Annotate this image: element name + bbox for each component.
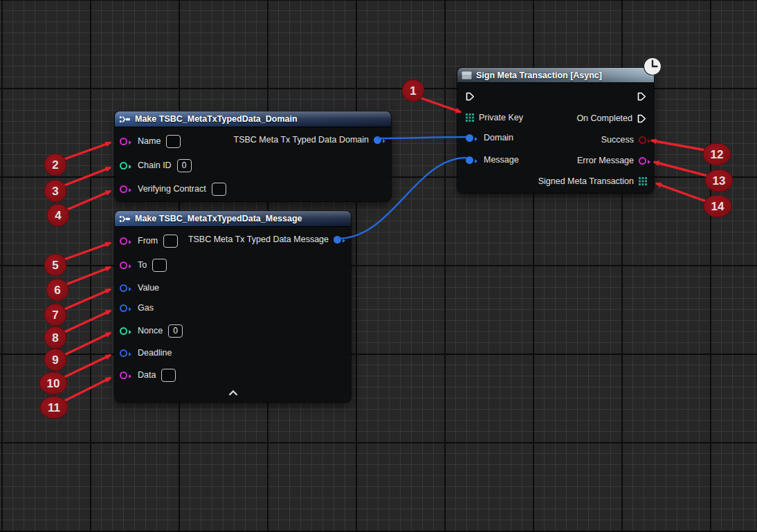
to-value-field[interactable] (152, 259, 167, 272)
pin-label: Value (138, 283, 159, 293)
arrow-2 (64, 143, 111, 159)
input-pin-domain[interactable] (466, 134, 473, 142)
input-pin-chain-id[interactable] (120, 162, 127, 169)
output-pin-typed-data-message[interactable] (334, 236, 341, 244)
pin-row-private-key: Private Key (466, 110, 523, 125)
pin-row-verifying-contract: Verifying Contract (120, 181, 226, 196)
marker-4: 4 (47, 204, 69, 226)
node-sign-header[interactable]: Sign Meta Transaction [Async] (457, 68, 654, 83)
latent-clock-icon (643, 57, 662, 79)
output-pin-error-message[interactable] (639, 157, 646, 165)
input-pin-private-key[interactable] (466, 113, 474, 122)
pin-label: Verifying Contract (138, 184, 206, 194)
pin-label: Deadline (138, 348, 172, 358)
arrow-8 (64, 311, 111, 332)
blueprint-canvas[interactable]: Make TSBC_MetaTxTypedData_Domain Name Ch… (0, 0, 757, 532)
arrow-14 (656, 183, 706, 201)
on-completed-exec-pin[interactable] (637, 114, 646, 123)
pin-label: TSBC Meta Tx Typed Data Message (188, 235, 329, 244)
arrow-3 (64, 167, 111, 185)
pin-row-message-in: Message (466, 152, 519, 167)
arrow-13 (654, 162, 707, 176)
pin-label: Nonce (138, 326, 163, 336)
arrow-6 (66, 267, 111, 284)
from-value-field[interactable] (163, 235, 178, 248)
node-make-message-header[interactable]: Make TSBC_MetaTxTypedData_Message (115, 211, 351, 227)
svg-text:6: 6 (54, 284, 60, 297)
exec-in-pin[interactable] (466, 92, 475, 101)
pin-label: To (138, 260, 147, 270)
arrow-11 (64, 378, 111, 401)
svg-text:4: 4 (55, 209, 62, 222)
input-pin-deadline[interactable] (120, 349, 127, 357)
pin-row-signed-meta-transaction: Signed Meta Transaction (538, 174, 647, 189)
collapse-pins-button[interactable] (115, 389, 351, 396)
node-make-message[interactable]: Make TSBC_MetaTxTypedData_Message From T… (115, 211, 351, 402)
input-pin-name[interactable] (120, 138, 127, 145)
marker-13: 13 (705, 169, 733, 192)
svg-text:1: 1 (410, 84, 416, 98)
chain-id-value-field[interactable]: 0 (177, 159, 192, 172)
data-value-field[interactable] (161, 369, 176, 382)
pin-row-on-completed: On Completed (576, 111, 646, 126)
arrow-4 (67, 191, 111, 210)
pin-row-value: Value (120, 280, 159, 295)
node-title: Make TSBC_MetaTxTypedData_Message (135, 214, 302, 223)
arrow-7 (64, 289, 111, 309)
pin-label: TSBC Meta Tx Typed Data Domain (234, 135, 369, 145)
arrow-1 (421, 98, 461, 112)
pin-row-chain-id: Chain ID 0 (120, 158, 192, 173)
chevron-up-icon (228, 389, 239, 396)
svg-text:11: 11 (48, 401, 60, 414)
input-pin-data[interactable] (120, 372, 127, 379)
arrow-10 (63, 355, 111, 378)
marker-11: 11 (40, 396, 68, 419)
pin-label: Message (484, 155, 519, 165)
svg-text:13: 13 (713, 174, 726, 187)
marker-6: 6 (46, 279, 69, 301)
output-pin-signed-meta-transaction[interactable] (639, 177, 647, 185)
output-pin-typed-data-domain[interactable] (374, 136, 381, 144)
marker-2: 2 (44, 154, 66, 176)
pin-row-domain-in: Domain (466, 130, 513, 145)
verifying-contract-value-field[interactable] (212, 183, 226, 196)
input-pin-verifying-contract[interactable] (120, 185, 127, 193)
pin-row-message-output: TSBC Meta Tx Typed Data Message (188, 232, 341, 247)
pin-label: On Completed (576, 113, 632, 123)
exec-out-pin[interactable] (637, 92, 646, 101)
nonce-value-field[interactable]: 0 (168, 324, 183, 338)
pin-row-data: Data (120, 367, 176, 383)
name-value-field[interactable] (166, 135, 181, 148)
input-pin-nonce[interactable] (120, 327, 127, 335)
pin-row-gas: Gas (120, 300, 154, 315)
svg-text:10: 10 (47, 377, 60, 390)
arrow-9 (64, 333, 111, 355)
marker-1: 1 (402, 80, 424, 102)
input-pin-to[interactable] (120, 262, 127, 269)
marker-7: 7 (44, 304, 66, 326)
input-pin-from[interactable] (120, 237, 127, 245)
pin-row-exec-in (466, 89, 475, 104)
input-pin-gas[interactable] (120, 304, 127, 312)
pin-label: Success (601, 135, 634, 145)
output-pin-success[interactable] (639, 136, 646, 144)
pin-label: Name (138, 136, 161, 146)
arrow-5 (64, 243, 111, 259)
pin-row-success: Success (601, 132, 646, 147)
node-make-domain-header[interactable]: Make TSBC_MetaTxTypedData_Domain (115, 111, 391, 127)
marker-14: 14 (704, 195, 731, 217)
async-function-icon (462, 71, 472, 80)
input-pin-message[interactable] (466, 156, 473, 164)
marker-5: 5 (44, 254, 66, 276)
input-pin-value[interactable] (120, 284, 127, 292)
marker-8: 8 (44, 327, 66, 349)
marker-10: 10 (39, 372, 67, 394)
pin-label: Gas (138, 303, 154, 313)
node-sign-meta-transaction[interactable]: Sign Meta Transaction [Async] Private Ke… (457, 68, 654, 193)
node-make-domain[interactable]: Make TSBC_MetaTxTypedData_Domain Name Ch… (115, 111, 391, 201)
marker-9: 9 (44, 349, 66, 371)
pin-label: Error Message (577, 156, 634, 165)
node-title: Make TSBC_MetaTxTypedData_Domain (135, 114, 298, 124)
node-title: Sign Meta Transaction [Async] (476, 71, 602, 80)
pin-label: Data (138, 370, 156, 380)
